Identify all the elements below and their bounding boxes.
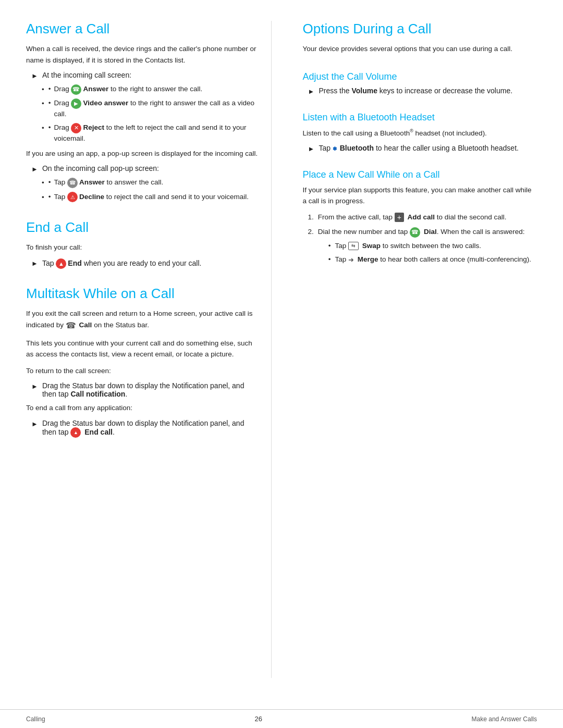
end-app-label: To end a call from any application: (26, 402, 261, 414)
page-footer: Calling 26 Make and Answer Calls (0, 709, 563, 728)
end-call-intro: To finish your call: (26, 242, 261, 253)
answer-call-intro: When a call is received, the device ring… (26, 43, 261, 66)
answer-call-section: Answer a Call When a call is received, t… (26, 21, 261, 203)
drag-answer-item: • Drag ☎Answer to the right to answer th… (42, 84, 261, 95)
step1-text: From the active call, tap + Add call to … (318, 212, 507, 223)
multitask-call-label: Call (79, 321, 92, 329)
bluetooth-para: Listen to the call using a Bluetooth® he… (303, 127, 537, 139)
arrow-icon-3: ► (31, 260, 38, 267)
volume-bullet-text: Press the Volume keys to increase or dec… (319, 87, 512, 95)
incoming-screen-arrow: ► At the incoming call screen: (31, 71, 261, 80)
answer-icon: ☎ (71, 84, 81, 95)
right-column: Options During a Call Your device provid… (292, 21, 537, 678)
drag-answer-text: Drag ☎Answer to the right to answer the … (54, 84, 202, 94)
options-intro: Your device provides several options tha… (303, 43, 537, 55)
left-column: Answer a Call When a call is received, t… (26, 21, 272, 678)
return-bullet-arrow: ► Drag the Status bar down to display th… (31, 381, 261, 398)
swap-text: Tap ⇆ Swap to switch between the two cal… (335, 241, 481, 251)
drag-video-item: • Drag ▶Video answer to the right to ans… (42, 98, 261, 119)
bullet-dot: • (48, 122, 51, 133)
bluetooth-icon: ✽ (333, 146, 337, 152)
popup-screen-arrow: ► On the incoming call pop-up screen: (31, 164, 261, 173)
content-area: Answer a Call When a call is received, t… (0, 0, 563, 709)
new-call-title: Place a New Call While on a Call (303, 169, 537, 180)
drag-video-text: Drag ▶Video answer to the right to answe… (54, 98, 260, 119)
end-call-section: End a Call To finish your call: ► Tap ▲E… (26, 219, 261, 269)
popup-intro: If you are using an app, a pop-up screen… (26, 148, 261, 159)
footer-left: Calling (26, 715, 45, 723)
bluetooth-title: Listen with a Bluetooth Headset (303, 112, 537, 123)
call-status-icon: ☎ (66, 319, 76, 332)
end-call-arrow: ► Tap ▲End when you are ready to end you… (31, 258, 261, 269)
step1-item: 1. From the active call, tap + Add call … (308, 212, 537, 223)
options-title: Options During a Call (303, 21, 537, 37)
footer-right: Make and Answer Calls (472, 715, 537, 723)
bluetooth-bullet-arrow: ► Tap ✽ Bluetooth to hear the caller usi… (308, 144, 537, 153)
merge-item: Tap ➜ Merge to hear both callers at once… (328, 254, 531, 265)
answer-call-title: Answer a Call (26, 21, 261, 37)
step2-text: Dial the new number and tap ☎ Dial. When… (318, 227, 531, 268)
incoming-bullets: • Drag ☎Answer to the right to answer th… (42, 84, 261, 144)
new-call-intro: If your service plan supports this featu… (303, 184, 537, 207)
step1-num: 1. (308, 212, 314, 223)
sub-bullets: Tap ⇆ Swap to switch between the two cal… (328, 241, 531, 265)
tap-answer-text: Tap ☎Answer to answer the call. (54, 177, 163, 188)
adjust-volume-title: Adjust the Call Volume (303, 71, 537, 82)
end-icon: ▲ (56, 258, 66, 269)
return-bullet-text: Drag the Status bar down to display the … (42, 381, 261, 398)
end-app-bullet-arrow: ► Drag the Status bar down to display th… (31, 419, 261, 438)
bullet-dot: • (48, 192, 51, 202)
popup-bullets: • Tap ☎Answer to answer the call. • Tap … (42, 177, 261, 203)
swap-item: Tap ⇆ Swap to switch between the two cal… (328, 241, 531, 251)
end-small-icon: ▲ (70, 427, 81, 438)
drag-reject-text: Drag ✕Reject to the left to reject the c… (54, 122, 260, 144)
arrow-icon: ► (31, 72, 38, 80)
incoming-screen-label: At the incoming call screen: (42, 71, 131, 79)
decline-icon: ⚠ (67, 192, 78, 202)
popup-screen-label: On the incoming call pop-up screen: (42, 164, 159, 172)
dial-icon: ☎ (410, 227, 420, 238)
bullet-dot: • (48, 98, 51, 108)
multitask-para1-post: on the Status bar. (94, 321, 149, 329)
tap-decline-item: • Tap ⚠Decline to reject the call and se… (42, 192, 261, 203)
step2-item: 2. Dial the new number and tap ☎ Dial. W… (308, 227, 537, 268)
end-call-text: Tap ▲End when you are ready to end your … (42, 258, 202, 269)
multitask-section: Multitask While on a Call If you exit th… (26, 286, 261, 438)
bluetooth-bullet-text: Tap ✽ Bluetooth to hear the caller using… (319, 144, 519, 152)
bullet-dot: • (48, 84, 51, 94)
arrow-icon-6: ► (308, 88, 315, 95)
reject-icon: ✕ (71, 123, 81, 133)
end-call-title: End a Call (26, 219, 261, 236)
drag-reject-item: • Drag ✕Reject to the left to reject the… (42, 122, 261, 144)
multitask-para1: If you exit the call screen and return t… (26, 308, 261, 332)
arrow-icon-4: ► (31, 382, 38, 390)
bluetooth-section: Listen with a Bluetooth Headset Listen t… (303, 112, 537, 153)
multitask-title: Multitask While on a Call (26, 286, 261, 302)
video-answer-icon: ▶ (71, 98, 81, 109)
merge-icon: ➜ (348, 255, 354, 265)
multitask-para2: This lets you continue with your current… (26, 338, 261, 360)
step2-num: 2. (308, 227, 314, 237)
adjust-volume-section: Adjust the Call Volume ► Press the Volum… (303, 71, 537, 95)
bullet-dot: • (48, 177, 51, 188)
tap-answer-icon: ☎ (67, 178, 78, 188)
tap-decline-text: Tap ⚠Decline to reject the call and send… (54, 192, 248, 202)
tap-answer-item: • Tap ☎Answer to answer the call. (42, 177, 261, 188)
arrow-icon-7: ► (308, 145, 315, 153)
arrow-icon-5: ► (31, 420, 38, 428)
page: Answer a Call When a call is received, t… (0, 0, 563, 728)
footer-center: 26 (254, 715, 262, 723)
plus-icon: + (395, 213, 404, 222)
new-call-steps: 1. From the active call, tap + Add call … (308, 212, 537, 268)
swap-icon: ⇆ (348, 242, 359, 250)
options-section: Options During a Call Your device provid… (303, 21, 537, 55)
arrow-icon-2: ► (31, 165, 38, 173)
merge-text: Tap ➜ Merge to hear both callers at once… (335, 254, 531, 265)
return-label: To return to the call screen: (26, 365, 261, 377)
volume-bullet-arrow: ► Press the Volume keys to increase or d… (308, 87, 537, 95)
end-app-bullet-text: Drag the Status bar down to display the … (42, 419, 261, 438)
new-call-section: Place a New Call While on a Call If your… (303, 169, 537, 268)
